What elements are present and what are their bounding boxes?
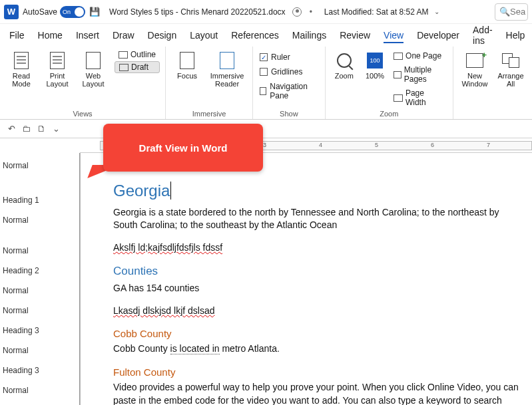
zoom-group-label: Zoom bbox=[331, 110, 447, 118]
people-icon[interactable] bbox=[292, 7, 302, 17]
grammar-error-text: is located in bbox=[170, 343, 220, 354]
menu-design[interactable]: Design bbox=[148, 27, 177, 43]
style-row[interactable]: Normal bbox=[0, 380, 79, 400]
immersive-reader-icon bbox=[220, 52, 234, 69]
zoom-button[interactable]: Zoom bbox=[331, 49, 358, 81]
new-window-button[interactable]: New Window bbox=[459, 49, 491, 89]
arrange-all-button[interactable]: Arrange All bbox=[495, 49, 527, 89]
menu-file[interactable]: File bbox=[9, 27, 25, 43]
style-row[interactable]: Heading 3 bbox=[0, 321, 79, 340]
menu-mailings[interactable]: Mailings bbox=[292, 27, 326, 43]
ruler-tick: 3 bbox=[263, 142, 266, 148]
menu-references[interactable]: References bbox=[231, 27, 279, 43]
checkbox-icon bbox=[260, 68, 268, 76]
qat-new-icon[interactable]: 🗋 bbox=[37, 124, 46, 134]
paragraph[interactable]: Lkasdj dlskjsd lkjf dslsad bbox=[113, 305, 520, 318]
immersive-reader-button[interactable]: Immersive Reader bbox=[207, 49, 247, 89]
menu-developer[interactable]: Developer bbox=[417, 27, 459, 43]
style-pane[interactable]: Normal Heading 1 Normal Normal Heading 2… bbox=[0, 153, 80, 405]
zoom-icon bbox=[337, 53, 352, 68]
style-row[interactable]: Normal bbox=[0, 340, 79, 360]
one-page-label: One Page bbox=[405, 51, 441, 61]
style-row[interactable]: Normal bbox=[0, 301, 79, 321]
ruler-tick: 6 bbox=[431, 142, 434, 148]
multiple-pages-button[interactable]: Multiple Pages bbox=[392, 65, 447, 84]
chevron-down-icon[interactable]: ⌄ bbox=[434, 8, 439, 15]
multiple-pages-label: Multiple Pages bbox=[404, 65, 446, 84]
qat-dropdown-icon[interactable]: ⌄ bbox=[53, 124, 60, 134]
search-input[interactable] bbox=[510, 7, 528, 17]
menu-help[interactable]: Help bbox=[506, 27, 525, 43]
menu-addins[interactable]: Add-ins bbox=[473, 22, 493, 49]
style-row[interactable]: Normal bbox=[0, 210, 79, 230]
menu-view[interactable]: View bbox=[384, 27, 403, 43]
outline-button[interactable]: Outline bbox=[115, 49, 160, 60]
menu-draw[interactable]: Draw bbox=[113, 27, 134, 43]
group-views: Read Mode Print Layout Web Layout Outlin… bbox=[0, 47, 166, 119]
quick-access-bar: ↶ 🗀 🗋 ⌄ bbox=[0, 120, 532, 138]
paragraph[interactable]: Georgia is a state bordered to the north… bbox=[113, 206, 520, 232]
views-group-label: Views bbox=[5, 110, 160, 118]
paragraph[interactable]: Video provides a powerful way to help yo… bbox=[113, 381, 520, 405]
page-width-button[interactable]: Page Width bbox=[392, 88, 447, 108]
qat-undo-icon[interactable]: ↶ bbox=[8, 124, 15, 134]
document-page[interactable]: Georgia Georgia is a state bordered to t… bbox=[80, 153, 532, 405]
focus-button[interactable]: Focus bbox=[171, 49, 203, 81]
print-layout-button[interactable]: Print Layout bbox=[41, 49, 73, 89]
paragraph[interactable]: Cobb County is located in metro Atlanta. bbox=[113, 342, 520, 356]
ruler-tick: 5 bbox=[375, 142, 378, 148]
style-row[interactable]: Normal bbox=[0, 230, 79, 261]
paragraph[interactable]: Akslfj ld;kajfsdljfdsfjls fdssf bbox=[113, 241, 520, 255]
ruler-checkbox[interactable]: ✓Ruler bbox=[258, 52, 292, 63]
search-box[interactable]: 🔍 bbox=[495, 3, 528, 21]
menu-layout[interactable]: Layout bbox=[190, 27, 218, 43]
gridlines-label: Gridlines bbox=[271, 67, 302, 76]
menu-review[interactable]: Review bbox=[340, 27, 370, 43]
callout-tooltip: Draft View in Word bbox=[103, 124, 263, 172]
spell-error-text: Lkasdj dlskjsd lkjf dslsad bbox=[113, 305, 215, 316]
new-window-label: New Window bbox=[460, 72, 489, 88]
ruler-tick: 7 bbox=[487, 142, 490, 148]
draft-button[interactable]: Draft bbox=[115, 61, 160, 73]
document-title[interactable]: Word Styles 5 tips - Chris Menard 202205… bbox=[109, 7, 286, 17]
ribbon: Read Mode Print Layout Web Layout Outlin… bbox=[0, 47, 532, 120]
web-layout-icon bbox=[86, 52, 101, 69]
autosave-state: On bbox=[63, 9, 71, 15]
read-mode-button[interactable]: Read Mode bbox=[5, 49, 37, 89]
new-window-icon bbox=[466, 53, 483, 68]
heading-3[interactable]: Fulton County bbox=[113, 365, 520, 379]
web-layout-label: Web Layout bbox=[79, 72, 108, 88]
style-row[interactable]: Normal bbox=[0, 156, 79, 176]
save-icon[interactable]: 💾 bbox=[89, 7, 100, 17]
hundred-percent-button[interactable]: 100 100% bbox=[362, 49, 388, 81]
web-layout-button[interactable]: Web Layout bbox=[77, 49, 109, 89]
gridlines-checkbox[interactable]: Gridlines bbox=[258, 67, 304, 77]
focus-icon bbox=[180, 52, 194, 69]
print-layout-label: Print Layout bbox=[43, 72, 72, 88]
one-page-button[interactable]: One Page bbox=[392, 51, 447, 61]
style-row[interactable]: Heading 1 bbox=[0, 176, 79, 210]
outline-label: Outline bbox=[131, 50, 156, 59]
group-show: ✓Ruler Gridlines Navigation Pane Show bbox=[253, 47, 326, 119]
heading-1[interactable]: Georgia bbox=[113, 180, 520, 202]
menu-bar: File Home Insert Draw Design Layout Refe… bbox=[0, 24, 532, 47]
autosave-label: AutoSave bbox=[23, 7, 57, 17]
ruler-label: Ruler bbox=[271, 53, 290, 62]
page-width-icon bbox=[394, 94, 403, 102]
style-row[interactable]: Heading 2 bbox=[0, 261, 79, 281]
autosave-toggle[interactable]: AutoSave On bbox=[23, 6, 85, 18]
group-window: New Window Arrange All bbox=[453, 47, 532, 119]
navigation-pane-checkbox[interactable]: Navigation Pane bbox=[258, 81, 320, 101]
style-row[interactable]: Normal bbox=[0, 281, 79, 301]
heading-3[interactable]: Cobb County bbox=[113, 327, 520, 340]
style-row[interactable]: Heading 3 bbox=[0, 360, 79, 380]
heading-2[interactable]: Counties bbox=[113, 263, 520, 279]
paragraph[interactable]: GA has 154 counties bbox=[113, 282, 520, 295]
menu-insert[interactable]: Insert bbox=[76, 27, 99, 43]
last-modified-label[interactable]: Last Modified: Sat at 8:52 AM bbox=[324, 7, 429, 17]
title-bar: W AutoSave On 💾 Word Styles 5 tips - Chr… bbox=[0, 0, 532, 24]
menu-home[interactable]: Home bbox=[38, 27, 63, 43]
separator: • bbox=[310, 7, 312, 17]
qat-folder-icon[interactable]: 🗀 bbox=[22, 124, 31, 134]
hundred-icon: 100 bbox=[367, 53, 383, 68]
